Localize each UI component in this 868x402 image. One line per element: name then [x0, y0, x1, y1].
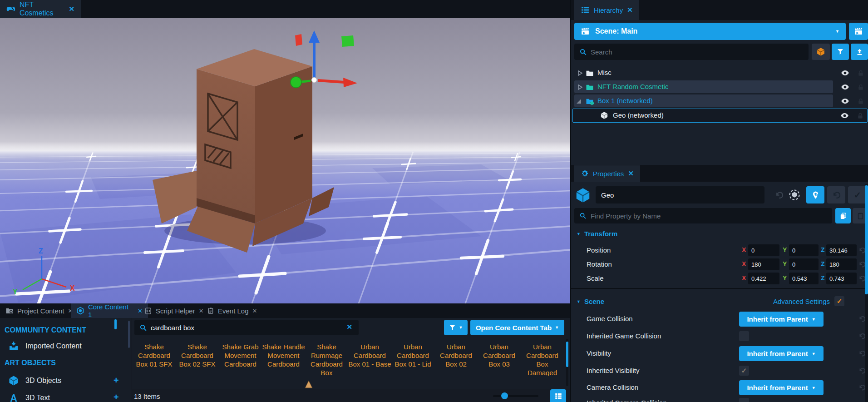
asset-tile[interactable]: Shake Rummage Cardboard Box	[305, 341, 348, 376]
visibility-eye-icon[interactable]	[840, 111, 849, 120]
folder-icon	[586, 69, 594, 77]
folder-icon	[586, 83, 594, 91]
close-icon[interactable]: ✕	[628, 169, 634, 178]
asset-tile[interactable]: Shake Cardboard Box 02 SFX	[176, 341, 219, 376]
tab-properties[interactable]: Properties ✕	[574, 165, 640, 182]
tab-hierarchy[interactable]: Hierarchy ✕	[574, 0, 639, 20]
asset-tile[interactable]: Shake Grab Movement Cardboard	[219, 341, 262, 376]
asset-tile[interactable]: Shake Cardboard Box 01 SFX	[133, 341, 176, 376]
close-icon[interactable]: ✕	[69, 5, 74, 13]
tree-row-misc[interactable]: Misc	[571, 66, 868, 79]
position-x-field[interactable]	[748, 244, 779, 256]
expand-collapsed-icon[interactable]	[577, 70, 583, 76]
inherited-visibility-checkbox[interactable]: ✓	[739, 366, 749, 376]
scale-x-field[interactable]	[748, 273, 779, 284]
object-name-input[interactable]	[596, 186, 764, 203]
lock-icon[interactable]	[857, 84, 864, 91]
publish-button[interactable]	[851, 44, 868, 60]
sidebar-scrollbar-thumb[interactable]	[128, 321, 130, 348]
expand-collapsed-icon[interactable]	[577, 84, 583, 90]
asset-tile[interactable]: Urban Cardboard Box 01 - Lid	[391, 341, 434, 376]
expand-expanded-icon[interactable]	[576, 98, 582, 104]
networked-context-icon[interactable]	[788, 189, 801, 201]
close-icon[interactable]: ✕	[627, 6, 633, 14]
advanced-settings-checkbox[interactable]: ✓	[834, 296, 844, 306]
position-y-field[interactable]	[789, 244, 819, 256]
tree-row-geo-selected[interactable]: Geo (networked)	[572, 109, 868, 123]
thumbnail-size-slider[interactable]	[493, 395, 538, 397]
scene-selector-dropdown[interactable]: Scene: Main ▼	[574, 23, 846, 40]
scroll-indicator[interactable]	[114, 319, 117, 329]
tab-event-log[interactable]: Event Log✕	[202, 303, 265, 318]
visibility-dropdown[interactable]: Inherit from Parent▼	[739, 346, 824, 361]
sidebar-item-3d-text[interactable]: 3D Text	[8, 392, 50, 402]
asset-tile[interactable]: Shake Handle Movement Cardboard	[262, 341, 305, 376]
tab-nft-cosmetics[interactable]: NFT Cosmetics ✕	[0, 0, 81, 18]
reset-all-button[interactable]	[827, 186, 845, 203]
viewport-3d[interactable]: Z X Y	[0, 18, 570, 303]
rotation-z-field[interactable]	[826, 258, 857, 270]
hierarchy-icon	[581, 5, 590, 15]
inherited-game-collision-checkbox[interactable]	[739, 331, 749, 341]
lock-icon[interactable]	[857, 98, 864, 105]
sidebar-item-3d-objects[interactable]: 3D Objects	[8, 375, 61, 386]
scene-settings-button[interactable]	[849, 23, 868, 40]
hexagon-core-icon	[76, 307, 84, 315]
transform-header[interactable]: ▼ Transform	[577, 230, 617, 238]
gizmo-x-axis[interactable]	[318, 80, 344, 82]
axis-x-label: X	[70, 284, 75, 292]
sidebar-item-imported-content[interactable]: Imported Content	[8, 341, 82, 352]
view-mode-button[interactable]	[550, 389, 566, 402]
lock-icon[interactable]	[857, 69, 864, 77]
tab-core-content[interactable]: Core Content 1✕	[71, 303, 148, 318]
visibility-eye-icon[interactable]	[841, 83, 849, 91]
copy-properties-button[interactable]	[835, 208, 851, 223]
camera-collision-dropdown[interactable]: Inherit from Parent▼	[739, 380, 824, 395]
asset-tile[interactable]: Urban Cardboard Box 02	[434, 341, 478, 376]
asset-scrollbar-track[interactable]	[566, 339, 568, 386]
asset-tile[interactable]: Urban Cardboard Box 03	[478, 341, 521, 376]
tree-row-nft-random-cosmetic[interactable]: NFT Random Cosmetic	[571, 80, 868, 94]
properties-scrollbar-track[interactable]	[865, 184, 868, 402]
rotation-y-field[interactable]	[789, 258, 819, 270]
tab-script-helper[interactable]: Script Helper✕	[139, 303, 211, 318]
lock-icon[interactable]	[857, 112, 864, 119]
game-collision-dropdown[interactable]: Inherit from Parent▼	[739, 312, 824, 327]
search-icon	[579, 212, 587, 219]
apply-button[interactable]: ✓	[848, 186, 867, 203]
find-property-input[interactable]	[574, 208, 832, 223]
position-z-field[interactable]	[826, 244, 857, 256]
add-3d-objects-button[interactable]: +	[113, 375, 119, 386]
add-3d-text-button[interactable]: +	[113, 392, 119, 402]
hierarchy-search-input[interactable]	[574, 44, 809, 60]
clear-search-icon[interactable]: ✕	[346, 323, 352, 331]
gizmo-green-cube[interactable]	[341, 35, 354, 47]
close-icon[interactable]: ✕	[252, 308, 257, 314]
script-icon	[144, 307, 152, 315]
visibility-eye-icon[interactable]	[841, 97, 849, 105]
filter-button[interactable]: ▼	[444, 320, 468, 335]
asset-tile[interactable]: Urban Cardboard Box 01 - Base	[348, 341, 391, 376]
import-tray-icon	[8, 341, 19, 352]
tree-row-box-1[interactable]: Box 1 (networked)	[571, 94, 868, 108]
visibility-eye-icon[interactable]	[841, 69, 849, 77]
scale-y-field[interactable]	[789, 273, 819, 284]
find-in-scene-button[interactable]	[806, 186, 824, 203]
undo-icon[interactable]	[774, 190, 784, 200]
gizmo-y-axis[interactable]	[301, 81, 311, 82]
hierarchy-filter-button[interactable]	[832, 44, 849, 60]
asset-tile[interactable]: Urban Cardboard Box Damaged	[521, 341, 564, 376]
scale-z-field[interactable]	[826, 273, 857, 284]
scene-header[interactable]: ▼ Scene	[577, 298, 604, 305]
tab-project-content[interactable]: Project Content✕	[0, 303, 80, 318]
gizmo-red-cube[interactable]	[295, 34, 302, 46]
inherited-camera-collision-checkbox[interactable]	[739, 398, 749, 402]
asset-scrollbar-thumb[interactable]	[566, 342, 568, 367]
copy-icon	[839, 212, 847, 220]
properties-scrollbar-thumb[interactable]	[865, 185, 868, 294]
template-filter-button[interactable]	[812, 44, 830, 60]
slider-handle[interactable]	[501, 392, 508, 399]
asset-search-input[interactable]	[134, 320, 359, 335]
open-core-content-tab-button[interactable]: Open Core Content Tab ▼	[470, 320, 564, 335]
rotation-x-field[interactable]	[748, 258, 779, 270]
